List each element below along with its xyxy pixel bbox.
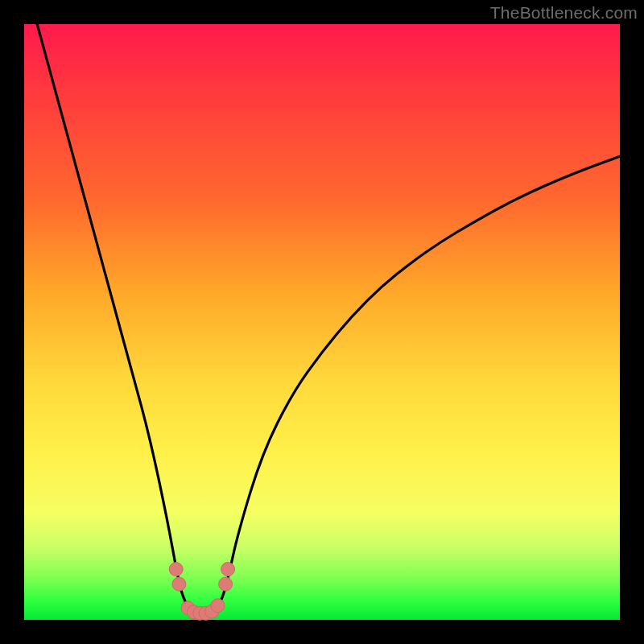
plot-area: [24, 24, 620, 620]
watermark-text: TheBottleneck.com: [490, 3, 638, 23]
chart-frame: TheBottleneck.com: [0, 0, 644, 644]
bottleneck-curve: [24, 0, 620, 614]
curve-markers: [169, 563, 234, 621]
curve-marker: [172, 577, 186, 591]
curve-layer: [24, 24, 620, 620]
curve-marker: [169, 563, 183, 576]
curve-marker: [221, 563, 235, 576]
curve-marker: [211, 599, 225, 613]
curve-marker: [219, 577, 233, 591]
